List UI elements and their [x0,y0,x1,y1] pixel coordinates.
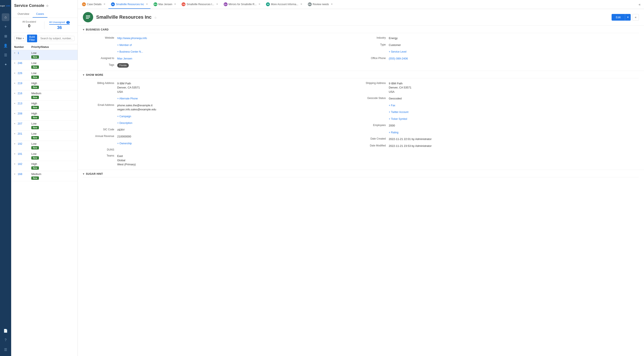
office-phone-value[interactable]: (555) 089-2406 [389,56,639,61]
tab-more-button[interactable]: « [637,2,642,6]
case-priority: Low [31,51,74,54]
assigned-to-label: Assigned to [83,56,117,60]
tab-close-icon[interactable]: ✕ [331,3,333,6]
case-priority: High [31,162,74,166]
tab-overview[interactable]: Overview [14,10,33,18]
twitter-account-add[interactable]: + Twitter Account [389,110,639,114]
filter-button[interactable]: Filter ▾ [14,36,26,41]
case-row[interactable]: ▾ 246 Low New [11,60,78,70]
case-row[interactable]: ▾ 201 Low New [11,131,78,141]
case-number[interactable]: 168 [18,172,22,176]
person-icon[interactable]: 👤 [2,42,10,50]
add-icon[interactable]: + [2,23,10,30]
tab-item[interactable]: Nt More Account Informa... ✕ [264,0,304,9]
tab-item[interactable]: Me Review needs ✕ [305,0,335,9]
question-icon[interactable]: ? [2,336,10,344]
menu-bottom-icon[interactable]: ☰ [2,346,10,354]
case-row[interactable]: ▾ 219 High New [11,80,78,90]
edit-button[interactable]: Edit [612,14,625,20]
date-created-admin[interactable]: Administrator [415,138,432,141]
tab-item[interactable]: Ac Smallville Resources Inc ✕ [108,0,150,9]
stat-all-unassigned[interactable]: All Unassigned 1 36 [44,20,74,30]
case-chevron-icon: ▾ [14,162,18,165]
case-status-badge: New [31,86,39,89]
description-add[interactable]: + Description [117,121,361,125]
tab-item[interactable]: Em Max Jensen ✕ [151,0,179,9]
case-row[interactable]: ▾ 213 High New [11,100,78,110]
case-number[interactable]: 216 [18,92,22,95]
case-status-badge: New [31,166,39,170]
case-number[interactable]: 213 [18,102,22,105]
email-1[interactable]: phone.sales.the@example.it [117,103,361,108]
case-row[interactable]: ▾ 207 Low New [11,121,78,131]
tab-close-icon[interactable]: ✕ [146,3,148,6]
tab-cases[interactable]: Cases [33,10,48,18]
list-icon[interactable]: ☰ [2,51,10,59]
case-row[interactable]: ▾ 216 Medium New [11,90,78,100]
case-row[interactable]: ▾ 168 Medium New [11,171,78,181]
ownership-add[interactable]: + Ownership [117,141,361,146]
date-modified-admin[interactable]: Administrator [415,144,432,148]
case-status-badge: New [31,156,39,160]
case-number[interactable]: 226 [18,72,22,75]
case-row[interactable]: ▾ 192 Low New [11,141,78,151]
case-row[interactable]: ▾ 1 Low New [11,50,78,60]
business-card-right: Industry Energy Type Customer + Service … [361,35,639,69]
case-number[interactable]: 201 [18,132,22,135]
case-number[interactable]: 219 [18,82,22,85]
home-icon[interactable]: ⌂ [2,13,10,21]
record-star-icon[interactable]: ☆ [154,16,157,19]
console-favorite-star[interactable]: ☆ [46,4,49,8]
website-value[interactable]: http://www.phoneqa.info [117,36,361,40]
collapse-button[interactable]: « [632,14,639,20]
filter-chevron-icon: ▾ [23,37,24,40]
case-row[interactable]: ▾ 208 High New [11,110,78,121]
case-number[interactable]: 207 [18,122,22,125]
case-number[interactable]: 182 [18,162,22,166]
trophy-icon[interactable]: ✦ [2,60,10,68]
case-status-badge: New [31,56,39,58]
email-2[interactable]: vegan.info.sales@example.edu [117,107,361,112]
tab-item[interactable]: Qu Mirrors for Smallville R... ✕ [221,0,263,9]
case-number[interactable]: 246 [18,62,22,65]
industry-label: Industry [361,36,389,39]
fax-add[interactable]: + Fax [389,103,639,108]
business-card-header[interactable]: ▾ BUSINESS CARD [83,26,639,33]
case-number[interactable]: 1 [18,51,19,54]
logo[interactable]: S sugar crm [0,2,15,9]
case-row[interactable]: ▾ 191 Low New [11,151,78,161]
employees-label: Employees [361,124,389,127]
field-fax: + Fax [361,102,639,109]
stat-all-escalated[interactable]: All Escalated 0 [14,20,44,30]
show-more-header[interactable]: ▾ SHOW MORE [83,71,639,78]
field-annual-revenue: Annual Revenue 210000000 [83,133,361,140]
alternate-phone-add[interactable]: + Alternate Phone [117,96,361,101]
case-number[interactable]: 208 [18,112,22,115]
tab-close-icon[interactable]: ✕ [216,3,218,6]
business-center-add[interactable]: + Business Center N... [117,50,361,54]
field-alternate-phone: + Alternate Phone [83,95,361,102]
tab-close-icon[interactable]: ✕ [258,3,260,6]
tab-close-icon[interactable]: ✕ [300,3,302,6]
case-search-input[interactable] [38,36,74,41]
member-of-add[interactable]: + Member of [117,43,361,47]
case-row[interactable]: ▾ 182 High New [11,161,78,171]
grid-icon[interactable]: ⊞ [2,32,10,40]
campaign-add[interactable]: + Campaign [117,114,361,118]
case-row[interactable]: ▾ 226 Low New [11,70,78,80]
case-number[interactable]: 192 [18,142,22,145]
rating-add[interactable]: + Rating [389,130,639,135]
ticker-symbol-add[interactable]: + Ticker Symbol [389,117,639,121]
tab-item[interactable]: Cs Case Details ✕ [80,0,108,9]
service-level-add[interactable]: + Service Level [389,50,639,54]
document-icon[interactable]: 📄 [2,327,10,334]
assigned-to-value[interactable]: Max Jensen [117,56,361,61]
sugar-hint-header[interactable]: ▾ SUGAR HINT [83,170,639,177]
case-number[interactable]: 191 [18,152,22,156]
tab-close-icon[interactable]: ✕ [104,3,106,6]
edit-dropdown-button[interactable]: ▾ [625,14,631,20]
tab-close-icon[interactable]: ✕ [174,3,176,6]
tab-item[interactable]: Op Smallville Resources I... ✕ [179,0,220,9]
case-status-badge: New [31,66,39,69]
build-filter-button[interactable]: Build Filter [27,34,37,42]
